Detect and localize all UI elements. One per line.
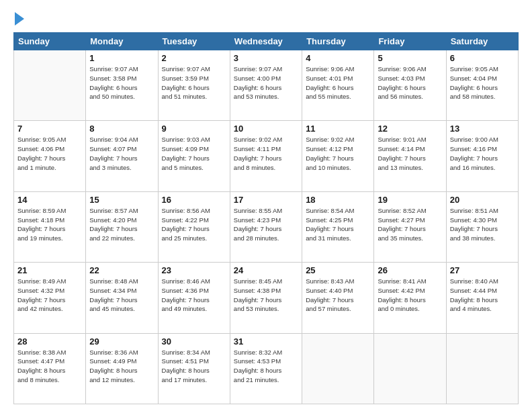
calendar-cell: 21Sunrise: 8:49 AM Sunset: 4:32 PM Dayli… <box>14 263 86 333</box>
day-info: Sunrise: 8:51 AM Sunset: 4:30 PM Dayligh… <box>450 206 515 243</box>
calendar-cell: 12Sunrise: 9:01 AM Sunset: 4:14 PM Dayli… <box>374 121 446 191</box>
day-number: 6 <box>450 53 515 63</box>
day-number: 26 <box>378 265 442 275</box>
day-number: 2 <box>162 53 226 63</box>
calendar-week-row: 14Sunrise: 8:59 AM Sunset: 4:18 PM Dayli… <box>14 191 519 262</box>
calendar-week-row: 21Sunrise: 8:49 AM Sunset: 4:32 PM Dayli… <box>14 263 519 333</box>
calendar-day-header: Wednesday <box>230 33 302 50</box>
day-info: Sunrise: 9:05 AM Sunset: 4:06 PM Dayligh… <box>17 135 82 172</box>
calendar-cell <box>14 50 86 121</box>
calendar-cell: 5Sunrise: 9:06 AM Sunset: 4:03 PM Daylig… <box>374 50 446 121</box>
day-info: Sunrise: 9:01 AM Sunset: 4:14 PM Dayligh… <box>378 135 442 172</box>
calendar-cell <box>302 333 374 404</box>
day-number: 11 <box>306 124 370 134</box>
calendar-cell: 26Sunrise: 8:41 AM Sunset: 4:42 PM Dayli… <box>374 263 446 333</box>
calendar-cell: 29Sunrise: 8:36 AM Sunset: 4:49 PM Dayli… <box>86 333 158 404</box>
day-info: Sunrise: 9:02 AM Sunset: 4:11 PM Dayligh… <box>234 135 298 172</box>
calendar-day-header: Tuesday <box>158 33 230 50</box>
calendar-cell: 14Sunrise: 8:59 AM Sunset: 4:18 PM Dayli… <box>14 191 86 262</box>
day-number: 13 <box>450 124 515 134</box>
day-info: Sunrise: 9:07 AM Sunset: 4:00 PM Dayligh… <box>234 64 298 101</box>
day-number: 22 <box>89 265 154 275</box>
day-info: Sunrise: 8:38 AM Sunset: 4:47 PM Dayligh… <box>17 348 82 385</box>
day-info: Sunrise: 8:41 AM Sunset: 4:42 PM Dayligh… <box>378 277 442 314</box>
day-info: Sunrise: 8:56 AM Sunset: 4:22 PM Dayligh… <box>162 206 226 243</box>
day-info: Sunrise: 8:34 AM Sunset: 4:51 PM Dayligh… <box>162 348 226 385</box>
calendar-cell <box>374 333 446 404</box>
calendar-table: SundayMondayTuesdayWednesdayThursdayFrid… <box>13 32 519 404</box>
calendar-cell: 31Sunrise: 8:32 AM Sunset: 4:53 PM Dayli… <box>230 333 302 404</box>
day-number: 1 <box>89 53 154 63</box>
calendar-cell: 1Sunrise: 9:07 AM Sunset: 3:58 PM Daylig… <box>86 50 158 121</box>
calendar-cell: 27Sunrise: 8:40 AM Sunset: 4:44 PM Dayli… <box>446 263 518 333</box>
day-number: 8 <box>89 124 154 134</box>
calendar-day-header: Sunday <box>14 33 86 50</box>
calendar-day-header: Thursday <box>302 33 374 50</box>
day-number: 14 <box>17 195 82 205</box>
day-number: 31 <box>234 336 298 347</box>
calendar-cell: 13Sunrise: 9:00 AM Sunset: 4:16 PM Dayli… <box>446 121 518 191</box>
day-number: 7 <box>17 124 82 134</box>
day-info: Sunrise: 8:45 AM Sunset: 4:38 PM Dayligh… <box>234 277 298 314</box>
calendar-cell: 8Sunrise: 9:04 AM Sunset: 4:07 PM Daylig… <box>86 121 158 191</box>
calendar-cell: 11Sunrise: 9:02 AM Sunset: 4:12 PM Dayli… <box>302 121 374 191</box>
calendar-cell: 24Sunrise: 8:45 AM Sunset: 4:38 PM Dayli… <box>230 263 302 333</box>
day-info: Sunrise: 9:03 AM Sunset: 4:09 PM Dayligh… <box>162 135 226 172</box>
day-number: 25 <box>306 265 370 275</box>
day-info: Sunrise: 8:46 AM Sunset: 4:36 PM Dayligh… <box>162 277 226 314</box>
calendar-day-header: Saturday <box>446 33 518 50</box>
day-info: Sunrise: 8:36 AM Sunset: 4:49 PM Dayligh… <box>89 348 154 385</box>
calendar-cell: 28Sunrise: 8:38 AM Sunset: 4:47 PM Dayli… <box>14 333 86 404</box>
day-number: 3 <box>234 53 298 63</box>
day-number: 28 <box>17 336 82 347</box>
day-number: 17 <box>234 195 298 205</box>
day-number: 5 <box>378 53 442 63</box>
page: SundayMondayTuesdayWednesdayThursdayFrid… <box>0 0 532 411</box>
day-number: 19 <box>378 195 442 205</box>
day-info: Sunrise: 9:07 AM Sunset: 3:59 PM Dayligh… <box>162 64 226 101</box>
day-number: 23 <box>162 265 226 275</box>
header <box>13 12 519 26</box>
logo <box>13 12 24 26</box>
day-info: Sunrise: 8:32 AM Sunset: 4:53 PM Dayligh… <box>234 348 298 385</box>
calendar-cell: 4Sunrise: 9:06 AM Sunset: 4:01 PM Daylig… <box>302 50 374 121</box>
day-info: Sunrise: 9:06 AM Sunset: 4:01 PM Dayligh… <box>306 64 370 101</box>
calendar-cell: 23Sunrise: 8:46 AM Sunset: 4:36 PM Dayli… <box>158 263 230 333</box>
day-info: Sunrise: 8:54 AM Sunset: 4:25 PM Dayligh… <box>306 206 370 243</box>
day-number: 27 <box>450 265 515 275</box>
calendar-week-row: 1Sunrise: 9:07 AM Sunset: 3:58 PM Daylig… <box>14 50 519 121</box>
calendar-cell: 10Sunrise: 9:02 AM Sunset: 4:11 PM Dayli… <box>230 121 302 191</box>
day-info: Sunrise: 9:00 AM Sunset: 4:16 PM Dayligh… <box>450 135 515 172</box>
calendar-cell <box>446 333 518 404</box>
calendar-cell: 3Sunrise: 9:07 AM Sunset: 4:00 PM Daylig… <box>230 50 302 121</box>
calendar-cell: 16Sunrise: 8:56 AM Sunset: 4:22 PM Dayli… <box>158 191 230 262</box>
calendar-day-header: Monday <box>86 33 158 50</box>
day-info: Sunrise: 8:55 AM Sunset: 4:23 PM Dayligh… <box>234 206 298 243</box>
logo-arrow-icon <box>15 12 24 26</box>
day-info: Sunrise: 8:40 AM Sunset: 4:44 PM Dayligh… <box>450 277 515 314</box>
day-info: Sunrise: 9:02 AM Sunset: 4:12 PM Dayligh… <box>306 135 370 172</box>
day-info: Sunrise: 8:43 AM Sunset: 4:40 PM Dayligh… <box>306 277 370 314</box>
calendar-cell: 17Sunrise: 8:55 AM Sunset: 4:23 PM Dayli… <box>230 191 302 262</box>
day-number: 16 <box>162 195 226 205</box>
day-number: 15 <box>89 195 154 205</box>
day-info: Sunrise: 8:48 AM Sunset: 4:34 PM Dayligh… <box>89 277 154 314</box>
calendar-cell: 30Sunrise: 8:34 AM Sunset: 4:51 PM Dayli… <box>158 333 230 404</box>
day-info: Sunrise: 8:52 AM Sunset: 4:27 PM Dayligh… <box>378 206 442 243</box>
day-number: 30 <box>162 336 226 347</box>
day-number: 12 <box>378 124 442 134</box>
calendar-cell: 6Sunrise: 9:05 AM Sunset: 4:04 PM Daylig… <box>446 50 518 121</box>
day-info: Sunrise: 8:49 AM Sunset: 4:32 PM Dayligh… <box>17 277 82 314</box>
calendar-cell: 2Sunrise: 9:07 AM Sunset: 3:59 PM Daylig… <box>158 50 230 121</box>
day-info: Sunrise: 8:57 AM Sunset: 4:20 PM Dayligh… <box>89 206 154 243</box>
calendar-cell: 20Sunrise: 8:51 AM Sunset: 4:30 PM Dayli… <box>446 191 518 262</box>
calendar-cell: 18Sunrise: 8:54 AM Sunset: 4:25 PM Dayli… <box>302 191 374 262</box>
day-info: Sunrise: 9:07 AM Sunset: 3:58 PM Dayligh… <box>89 64 154 101</box>
day-number: 9 <box>162 124 226 134</box>
calendar-week-row: 7Sunrise: 9:05 AM Sunset: 4:06 PM Daylig… <box>14 121 519 191</box>
day-number: 10 <box>234 124 298 134</box>
day-number: 20 <box>450 195 515 205</box>
day-number: 4 <box>306 53 370 63</box>
calendar-cell: 22Sunrise: 8:48 AM Sunset: 4:34 PM Dayli… <box>86 263 158 333</box>
day-info: Sunrise: 9:06 AM Sunset: 4:03 PM Dayligh… <box>378 64 442 101</box>
